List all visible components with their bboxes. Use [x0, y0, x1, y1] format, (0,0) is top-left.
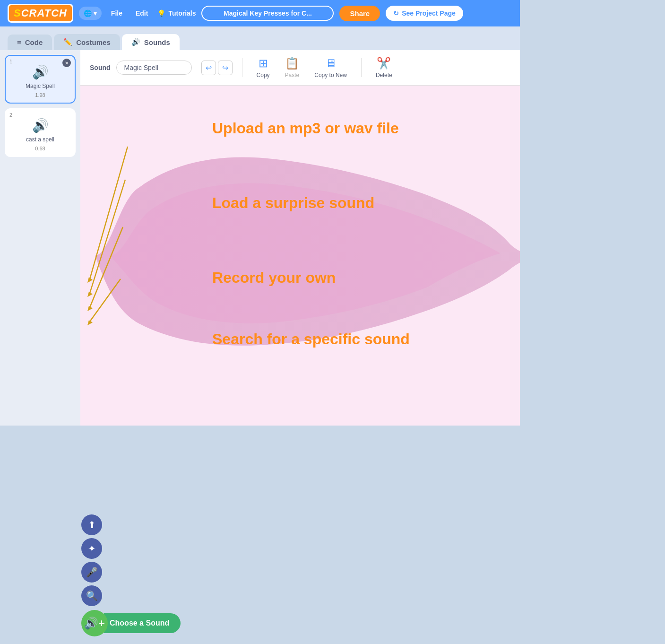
- edit-menu[interactable]: Edit: [132, 7, 152, 20]
- copy-icon: ⊞: [259, 57, 268, 70]
- project-title-input[interactable]: Magical Key Presses for C...: [201, 6, 334, 21]
- sounds-icon: 🔊: [131, 38, 140, 46]
- sound-wave-icon: 🔊: [32, 118, 49, 133]
- sound-list-panel: 1 ✕ 🔊 Magic Spell 1.98 2 🔊 cast a spell …: [0, 50, 80, 426]
- undo-button[interactable]: ↩: [201, 61, 216, 75]
- sound-name-input[interactable]: [116, 61, 192, 75]
- top-nav: SCRATCH 🌐 ▾ File Edit 💡Tutorials Magical…: [0, 0, 520, 26]
- copy-label: Copy: [257, 72, 270, 78]
- waveform-svg: [80, 86, 520, 426]
- sound-item[interactable]: 2 🔊 cast a spell 0.68: [5, 108, 76, 157]
- sound-wave-icon: 🔊: [32, 64, 49, 80]
- see-project-button[interactable]: ↻See Project Page: [386, 6, 463, 21]
- toolbar-divider: [361, 58, 362, 77]
- toolbar: Sound ↩ ↪ ⊞ Copy 📋 Paste 🖥 Copy to New ✂…: [80, 50, 520, 86]
- scratch-logo: SCRATCH: [8, 4, 73, 23]
- delete-button[interactable]: ✂️ Delete: [371, 55, 397, 80]
- code-icon: ≡: [17, 38, 21, 46]
- copy-to-new-button[interactable]: 🖥 Copy to New: [310, 55, 352, 80]
- tab-sounds[interactable]: 🔊 Sounds: [122, 34, 180, 50]
- editor-panel: Sound ↩ ↪ ⊞ Copy 📋 Paste 🖥 Copy to New ✂…: [80, 50, 520, 426]
- waveform-area: Upload an mp3 or wav file Load a surpris…: [80, 86, 520, 426]
- undo-redo-group: ↩ ↪: [201, 61, 233, 75]
- copy-button[interactable]: ⊞ Copy: [252, 55, 275, 80]
- paste-button[interactable]: 📋 Paste: [280, 55, 304, 80]
- tab-code[interactable]: ≡ Code: [8, 35, 52, 50]
- redo-button[interactable]: ↪: [218, 61, 233, 75]
- sound-item[interactable]: 1 ✕ 🔊 Magic Spell 1.98: [5, 55, 76, 104]
- delete-icon: ✂️: [377, 57, 391, 70]
- file-menu[interactable]: File: [107, 7, 126, 20]
- sound-item-num: 2: [9, 112, 12, 118]
- tab-costumes[interactable]: ✏️ Costumes: [54, 34, 120, 50]
- tutorials-button[interactable]: 💡Tutorials: [157, 9, 196, 17]
- sound-item-duration: 1.98: [35, 92, 45, 98]
- main-layout: 1 ✕ 🔊 Magic Spell 1.98 2 🔊 cast a spell …: [0, 50, 520, 426]
- toolbar-divider: [242, 58, 242, 77]
- share-button[interactable]: Share: [339, 6, 380, 21]
- sound-label: Sound: [90, 64, 111, 71]
- paste-label: Paste: [285, 72, 300, 78]
- tabs-row: ≡ Code ✏️ Costumes 🔊 Sounds: [0, 26, 520, 50]
- sound-item-name: Magic Spell: [26, 83, 55, 89]
- copy-to-new-label: Copy to New: [314, 72, 347, 78]
- sound-item-name: cast a spell: [26, 136, 54, 143]
- sound-item-num: 1: [9, 59, 12, 64]
- costumes-icon: ✏️: [63, 38, 72, 46]
- paste-icon: 📋: [285, 57, 299, 70]
- copy-to-new-icon: 🖥: [325, 57, 337, 70]
- globe-button[interactable]: 🌐 ▾: [79, 7, 102, 20]
- sound-item-duration: 0.68: [35, 146, 45, 151]
- delete-label: Delete: [376, 72, 392, 78]
- sound-delete-button[interactable]: ✕: [62, 59, 71, 67]
